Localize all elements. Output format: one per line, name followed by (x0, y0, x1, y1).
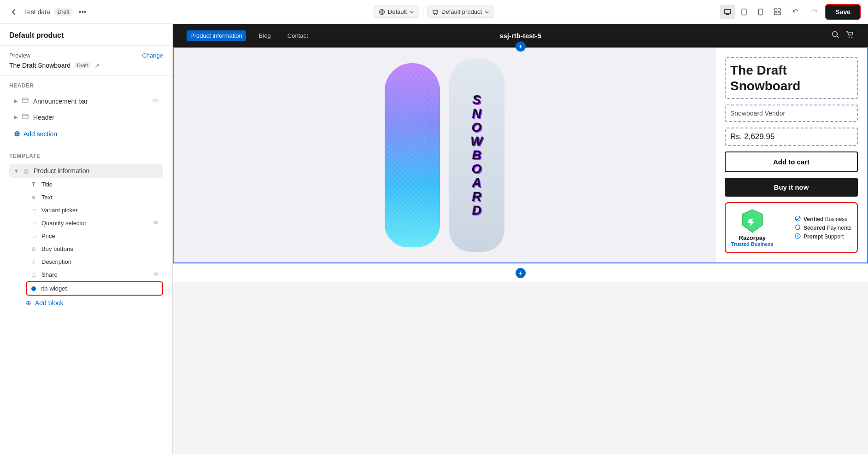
preview-row: Preview Change (9, 52, 163, 59)
secured-rest: Payments (825, 225, 851, 231)
product-info-icon: ◎ (23, 168, 30, 175)
variant-picker-sub-item[interactable]: □ Variant picker (26, 204, 163, 216)
nav-add-section-button[interactable]: + (516, 41, 526, 52)
product-price-box: Rs. 2,629.95 (725, 128, 858, 146)
bottom-add-section-button[interactable]: + (516, 268, 526, 278)
add-to-cart-button[interactable]: Add to cart (725, 151, 858, 172)
preview-label: Preview (9, 52, 30, 59)
rtb-widget-label: rtb-widget (41, 285, 67, 292)
header-section-label: Header (9, 82, 163, 89)
preview-draft-badge: Draft (74, 62, 91, 69)
sidebar-title: Default product (9, 31, 64, 39)
title-label: Title (41, 181, 53, 188)
template-section: Template ▼ ◎ Product information T Title… (0, 148, 172, 454)
back-button[interactable] (7, 6, 20, 18)
announcement-bar-label: Announcement bar (33, 98, 88, 105)
snowboard-left-image (385, 63, 440, 247)
price-icon: □ (30, 233, 37, 239)
section-icon (22, 97, 29, 105)
eye-icon[interactable] (152, 98, 158, 105)
quantity-icon: □ (30, 220, 37, 227)
external-link-icon[interactable]: ↗ (94, 62, 100, 69)
svg-rect-8 (774, 9, 777, 12)
preview-bottom: + (173, 263, 868, 282)
svg-rect-10 (774, 12, 777, 15)
desktop-view-button[interactable] (720, 5, 735, 19)
description-icon: ≡ (30, 259, 37, 265)
product-title: The Draft Snowboard (730, 63, 852, 93)
prompt-rest: Support (823, 233, 844, 240)
product-info-label: Product information (34, 167, 89, 175)
description-sub-item[interactable]: ≡ Description (26, 256, 163, 268)
undo-button[interactable] (788, 5, 803, 19)
svg-rect-11 (778, 12, 780, 15)
tablet-view-button[interactable] (737, 5, 751, 19)
svg-rect-3 (725, 9, 731, 13)
change-link[interactable]: Change (142, 52, 163, 59)
quantity-label: Quantity selector (41, 220, 87, 227)
nav-product-info[interactable]: Product information (187, 30, 246, 41)
nav-contact[interactable]: Contact (284, 30, 312, 41)
save-button[interactable]: Save (825, 4, 861, 20)
preview-product-row: The Draft Snowboard Draft ↗ (9, 62, 163, 69)
product-info-panel: The Draft Snowboard Snowboard Vendor Rs.… (715, 48, 867, 262)
search-icon[interactable] (831, 30, 839, 41)
svg-point-21 (851, 37, 852, 38)
buy-buttons-sub-item[interactable]: ⊙ Buy buttons (26, 243, 163, 255)
cart-icon[interactable] (846, 30, 854, 41)
redo-button[interactable] (807, 5, 821, 19)
description-label: Description (41, 258, 71, 265)
quantity-eye-icon[interactable] (153, 220, 158, 227)
share-label: Share (41, 271, 58, 278)
secured-bold: Secured (803, 225, 825, 231)
title-sub-item[interactable]: T Title (26, 178, 163, 191)
quantity-selector-sub-item[interactable]: □ Quantity selector (26, 217, 163, 229)
share-icon: □ (30, 272, 37, 278)
trust-items: Verified Business Secured Payments (795, 215, 851, 240)
toolbar-icons (720, 5, 785, 19)
prompt-icon (795, 233, 801, 240)
header-item[interactable]: ▶ Header (9, 110, 163, 125)
template-sub-items: T Title ≡ Text □ Variant picker □ Quanti… (9, 178, 163, 296)
default-view-label: Default (388, 8, 407, 15)
trust-badge: Razorpay Trusted Business Verified Busin… (725, 202, 858, 253)
share-eye-icon[interactable] (153, 271, 158, 278)
preview-area: Product information Blog Contact ssj-rtb… (173, 24, 868, 454)
chevron-icon: ▼ (14, 168, 19, 174)
rtb-widget-sub-item[interactable]: rtb-widget (26, 281, 163, 296)
trust-secured: Secured Payments (795, 224, 851, 231)
default-view-button[interactable]: Default (374, 6, 419, 18)
snowboard-text: S N O W B O A R D (470, 93, 482, 217)
nav-blog[interactable]: Blog (255, 30, 275, 41)
svg-marker-23 (742, 210, 762, 233)
svg-point-18 (155, 274, 157, 275)
rtb-selected-dot (31, 286, 36, 291)
text-sub-item[interactable]: ≡ Text (26, 191, 163, 204)
top-bar-right: Save (720, 4, 861, 20)
default-product-button[interactable]: Default product (427, 6, 494, 18)
razorpay-shield (741, 209, 763, 233)
store-brand: ssj-rtb-test-5 (499, 32, 541, 40)
announcement-bar-item[interactable]: ▶ Announcement bar (9, 93, 163, 109)
add-block-button[interactable]: ⊕ Add block (9, 296, 163, 310)
price-label: Price (41, 233, 55, 239)
store-nav: Product information Blog Contact ssj-rtb… (173, 24, 868, 47)
mobile-view-button[interactable] (753, 5, 768, 19)
add-section-button[interactable]: ⊕ Add section (9, 126, 163, 142)
svg-rect-15 (23, 114, 28, 119)
expand-icon: ▶ (14, 98, 18, 104)
more-button[interactable]: ••• (77, 6, 88, 18)
verified-icon (795, 215, 801, 222)
product-section-wrapper: S N O W B O A R D (173, 47, 868, 263)
razorpay-brand: Razorpay Trusted Business (731, 234, 774, 247)
product-information-item[interactable]: ▼ ◎ Product information (9, 164, 163, 178)
product-vendor-box: Snowboard Vendor (725, 105, 858, 122)
product-price: Rs. 2,629.95 (730, 132, 774, 141)
grid-view-button[interactable] (770, 5, 785, 19)
preview-frame: Product information Blog Contact ssj-rtb… (173, 24, 868, 454)
price-sub-item[interactable]: □ Price (26, 230, 163, 242)
title-icon: T (30, 181, 37, 188)
share-sub-item[interactable]: □ Share (26, 268, 163, 281)
buy-now-button[interactable]: Buy it now (725, 178, 858, 197)
product-images: S N O W B O A R D (174, 48, 715, 262)
